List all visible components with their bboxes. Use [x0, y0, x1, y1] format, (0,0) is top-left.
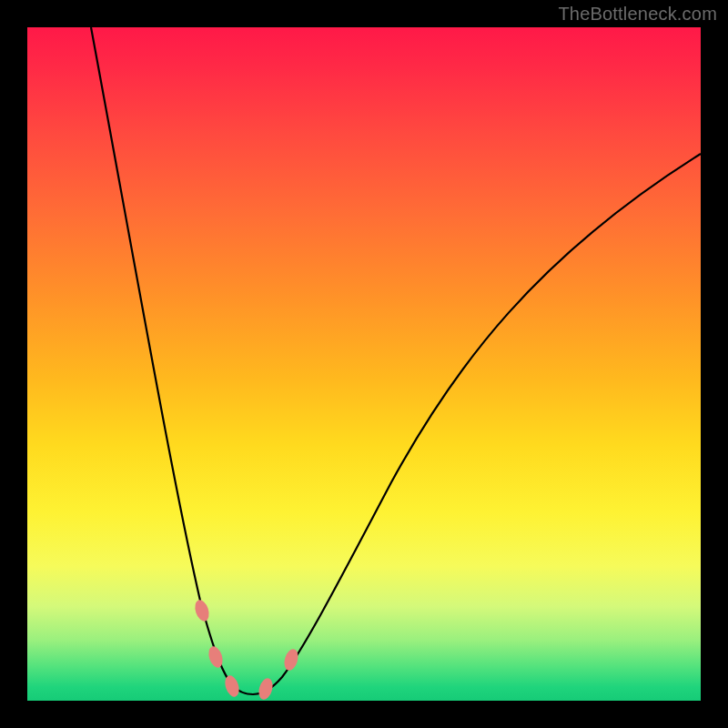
- markers-layer: [27, 27, 701, 701]
- curve-right-arm: [253, 154, 701, 694]
- marker: [282, 648, 300, 672]
- marker: [207, 644, 226, 669]
- curve-layer: [27, 27, 701, 701]
- marker: [223, 673, 242, 698]
- curve-left-arm: [91, 27, 253, 694]
- marker: [257, 677, 275, 702]
- plot-area: [27, 27, 701, 701]
- marker: [193, 598, 212, 622]
- watermark-text: TheBottleneck.com: [558, 4, 717, 25]
- stage: TheBottleneck.com: [0, 0, 728, 728]
